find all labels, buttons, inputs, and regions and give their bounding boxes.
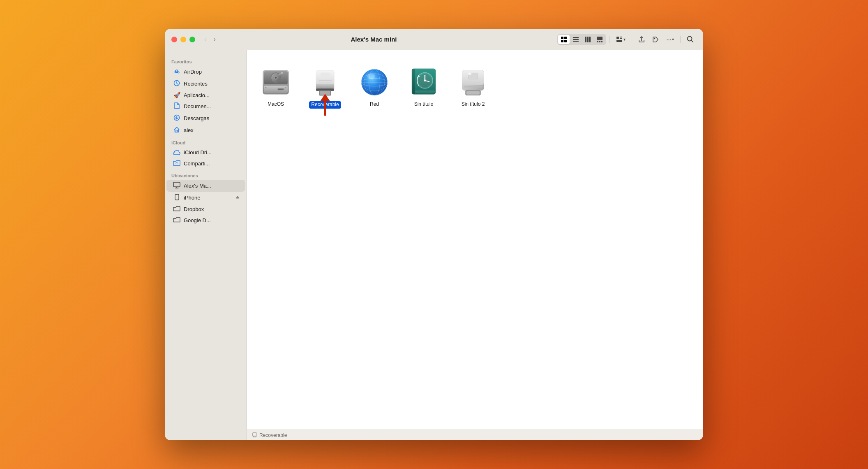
svg-rect-11 [597,41,598,42]
search-button[interactable] [684,34,697,45]
view-gallery-button[interactable] [594,35,605,44]
svg-rect-84 [252,433,257,436]
svg-rect-25 [173,182,180,187]
clock-icon [173,80,180,88]
file-item-sin-titulo-2[interactable]: Sin título 2 [452,63,494,112]
svg-rect-9 [589,37,591,42]
document-icon [173,102,180,110]
google-drive-folder-icon [173,217,180,224]
file-item-recoverable[interactable]: Recoverable [305,63,346,112]
sidebar-item-label: iCloud Dri... [184,149,212,156]
sidebar-item-compartido[interactable]: Comparti... [166,158,245,169]
sidebar-section-icloud: iCloud [165,136,247,147]
eject-iphone-button[interactable] [235,195,240,201]
sidebar-item-label: alex [184,127,194,133]
svg-rect-43 [280,89,281,90]
svg-rect-15 [620,37,622,37]
icloud-icon [173,149,180,156]
sidebar-item-aplicaciones[interactable]: 🚀 Aplicacio... [166,90,245,100]
svg-rect-28 [236,199,239,200]
svg-rect-14 [616,37,619,39]
svg-rect-16 [620,38,622,39]
sidebar-item-dropbox[interactable]: Dropbox [166,204,245,215]
divider-1 [609,36,610,43]
svg-point-20 [688,37,692,41]
svg-point-37 [281,72,283,74]
svg-rect-7 [585,37,586,42]
status-bar-icon [252,432,257,438]
svg-rect-2 [561,40,563,42]
svg-rect-42 [279,89,280,90]
svg-rect-80 [466,91,480,94]
file-label-red: Red [370,101,379,108]
file-item-red[interactable]: Red [354,63,395,112]
sidebar-item-descargas[interactable]: Descargas [166,112,245,124]
svg-rect-10 [597,37,603,40]
svg-rect-18 [616,41,622,42]
share-button[interactable] [635,34,648,45]
svg-point-36 [275,77,277,79]
macos-icon-area [259,66,292,99]
file-label-recoverable: Recoverable [309,101,341,109]
svg-rect-5 [573,39,579,40]
download-icon [173,114,180,122]
svg-rect-13 [601,41,603,42]
svg-point-27 [176,199,177,200]
sidebar-item-label: iPhone [184,195,200,201]
status-bar: Recoverable [247,430,703,440]
file-label-sin-titulo: Sin título [414,101,434,108]
file-label-sin-titulo-2: Sin título 2 [462,101,485,108]
main-content: Favoritos AirDrop [165,50,703,440]
status-bar-text: Recoverable [259,432,287,438]
sidebar-item-alexs-mac[interactable]: Alex's Ma... [166,180,245,192]
sidebar-item-documentos[interactable]: Documen... [166,100,245,112]
svg-point-65 [367,73,375,79]
svg-point-73 [424,79,426,81]
sidebar-item-label: AirDrop [184,69,202,75]
file-item-sin-titulo[interactable]: Sin título [403,63,444,112]
view-list-button[interactable] [570,35,582,44]
shared-folder-icon [173,160,180,167]
svg-rect-75 [415,91,435,93]
view-grid-button[interactable] [558,35,570,44]
home-icon [173,126,180,134]
minimize-button[interactable] [180,37,186,42]
sidebar-item-airdrop[interactable]: AirDrop [166,66,245,78]
window-title: Alex's Mac mini [190,36,557,43]
svg-point-83 [468,72,471,75]
more-options-button[interactable]: ··· ▾ [663,34,677,45]
sidebar-item-label: Descargas [184,115,209,121]
sidebar-item-icloud-drive[interactable]: iCloud Dri... [166,147,245,158]
recoverable-icon-area [309,66,342,99]
svg-rect-17 [616,40,622,41]
phone-icon [173,194,180,202]
titlebar: ‹ › Alex's Mac mini [165,29,703,50]
sidebar-item-recientes[interactable]: Recientes [166,78,245,90]
sidebar-item-label: Aplicacio... [184,92,210,98]
svg-rect-55 [321,73,330,79]
sidebar-item-label: Alex's Ma... [184,183,211,189]
sidebar-item-label: Comparti... [184,160,210,167]
svg-rect-0 [561,37,563,39]
svg-rect-12 [599,41,600,42]
svg-point-19 [654,38,655,39]
view-mode-group [557,34,606,45]
svg-rect-3 [564,40,567,42]
svg-point-47 [285,87,287,88]
sidebar-section-ubicaciones: Ubicaciones [165,169,247,180]
sidebar-item-iphone[interactable]: iPhone [166,192,245,204]
view-columns-button[interactable] [582,35,593,44]
close-button[interactable] [171,37,177,42]
sidebar-item-google-drive[interactable]: Google D... [166,215,245,226]
svg-rect-44 [282,89,282,90]
computer-icon [173,182,180,190]
toolbar-right: ▾ ··· ▾ [557,34,697,45]
red-icon-area [358,66,391,99]
sidebar-item-label: Recientes [184,81,208,87]
rocket-icon: 🚀 [173,92,180,98]
tag-button[interactable] [649,34,662,45]
sidebar-item-alex[interactable]: alex [166,124,245,136]
file-item-macos[interactable]: MacOS [255,63,296,112]
quick-look-button[interactable]: ▾ [613,34,628,45]
sidebar: Favoritos AirDrop [165,50,247,440]
